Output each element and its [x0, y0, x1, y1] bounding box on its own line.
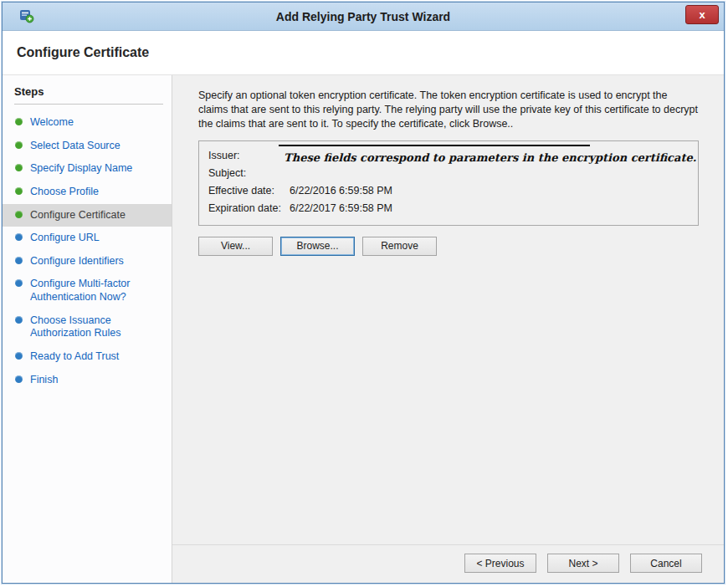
step-status-icon	[15, 141, 23, 149]
footer-bar: < Previous Next > Cancel	[172, 544, 724, 583]
step-label: Configure Identifiers	[30, 255, 124, 268]
close-button[interactable]: x	[685, 5, 719, 24]
step-status-icon	[15, 211, 23, 218]
step-status-icon	[15, 375, 23, 383]
issuer-label: Issuer:	[208, 150, 290, 161]
step-item-configure-multi-factor-authentication-now[interactable]: Configure Multi-factor Authentication No…	[3, 273, 172, 309]
step-item-ready-to-add-trust[interactable]: Ready to Add Trust	[3, 345, 172, 369]
step-label: Choose Profile	[30, 186, 99, 199]
step-label: Configure Multi-factor Authentication No…	[30, 278, 165, 304]
subject-row: Subject:	[208, 165, 690, 182]
step-item-welcome[interactable]: Welcome	[3, 111, 172, 135]
step-status-icon	[15, 352, 23, 360]
step-label: Select Data Source	[30, 140, 120, 153]
wizard-icon	[19, 8, 36, 25]
step-item-configure-url[interactable]: Configure URL	[3, 227, 172, 250]
effective-date-label: Effective date:	[208, 185, 290, 197]
next-button[interactable]: Next >	[547, 554, 619, 573]
expiration-date-value: 6/22/2017 6:59:58 PM	[290, 202, 392, 214]
step-status-icon	[15, 279, 23, 287]
certificate-actions: View... Browse... Remove	[198, 237, 699, 256]
expiration-date-row: Expiration date: 6/22/2017 6:59:58 PM	[208, 200, 690, 217]
content-panel: Specify an optional token encryption cer…	[172, 75, 724, 583]
remove-button[interactable]: Remove	[362, 237, 437, 256]
step-label: Finish	[30, 374, 58, 387]
wizard-body: Steps WelcomeSelect Data SourceSpecify D…	[3, 75, 724, 583]
step-status-icon	[15, 187, 23, 195]
step-item-configure-certificate[interactable]: Configure Certificate	[3, 204, 172, 227]
steps-sidebar: Steps WelcomeSelect Data SourceSpecify D…	[3, 75, 172, 583]
effective-date-row: Effective date: 6/22/2016 6:59:58 PM	[208, 182, 690, 200]
step-label: Welcome	[30, 116, 74, 130]
page-title: Configure Certificate	[17, 45, 149, 60]
wizard-window: Add Relying Party Trust Wizard x Configu…	[2, 2, 725, 584]
titlebar[interactable]: Add Relying Party Trust Wizard x	[3, 3, 724, 31]
step-item-choose-profile[interactable]: Choose Profile	[3, 181, 172, 204]
step-status-icon	[15, 233, 23, 241]
annotation-note: These fields correspond to parameters in…	[284, 151, 690, 164]
step-label: Configure Certificate	[30, 209, 126, 222]
step-item-choose-issuance-authorization-rules[interactable]: Choose Issuance Authorization Rules	[3, 309, 172, 345]
step-item-specify-display-name[interactable]: Specify Display Name	[3, 157, 172, 181]
page-header: Configure Certificate	[3, 31, 724, 75]
effective-date-value: 6/22/2016 6:59:58 PM	[290, 185, 392, 197]
previous-button[interactable]: < Previous	[464, 554, 536, 573]
step-status-icon	[15, 164, 23, 171]
certificate-panel: Issuer: Subject: Effective date: 6/22/20…	[198, 140, 699, 226]
step-status-icon	[15, 316, 23, 324]
step-item-finish[interactable]: Finish	[3, 369, 172, 392]
subject-label: Subject:	[208, 167, 290, 179]
browse-button[interactable]: Browse...	[280, 237, 355, 256]
step-label: Ready to Add Trust	[30, 350, 119, 364]
step-label: Choose Issuance Authorization Rules	[30, 314, 165, 340]
close-icon: x	[699, 8, 705, 21]
description-text: Specify an optional token encryption cer…	[198, 89, 699, 131]
step-status-icon	[15, 118, 23, 125]
steps-header: Steps	[14, 85, 163, 105]
redaction-bar	[279, 145, 590, 146]
step-item-configure-identifiers[interactable]: Configure Identifiers	[3, 250, 172, 273]
steps-list: WelcomeSelect Data SourceSpecify Display…	[3, 111, 172, 391]
step-label: Specify Display Name	[30, 162, 132, 176]
window-title: Add Relying Party Trust Wizard	[3, 10, 724, 23]
cancel-button[interactable]: Cancel	[630, 554, 702, 573]
expiration-date-label: Expiration date:	[208, 202, 290, 214]
step-label: Configure URL	[30, 232, 100, 245]
step-status-icon	[15, 257, 23, 264]
view-button[interactable]: View...	[198, 237, 273, 256]
step-item-select-data-source[interactable]: Select Data Source	[3, 135, 172, 158]
